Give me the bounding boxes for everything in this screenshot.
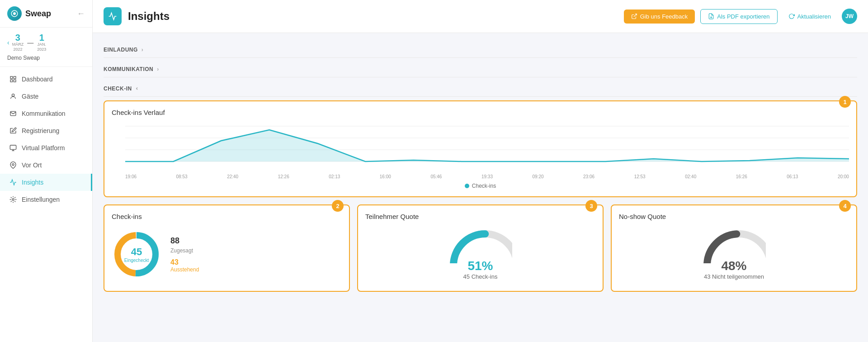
section-kommunikation[interactable]: KOMMUNIKATION › bbox=[104, 62, 857, 77]
communication-icon bbox=[9, 109, 17, 118]
svg-point-6 bbox=[12, 94, 14, 96]
insights-icon bbox=[9, 178, 17, 186]
svg-rect-3 bbox=[14, 76, 16, 79]
date-range-section: ‹ 3 MÄRZ 2022 — 1 JAN. 2023 Demo Sweap bbox=[0, 28, 92, 67]
donut-chart: 45 Eingecheckt bbox=[112, 229, 161, 279]
card-number-4: 4 bbox=[839, 200, 851, 212]
gauge-dark-svg bbox=[703, 229, 766, 263]
section-checkin-label: CHECK-IN bbox=[104, 86, 132, 92]
x-label: 08:53 bbox=[176, 174, 188, 179]
sidebar-item-onsite[interactable]: Vor Ort bbox=[0, 157, 92, 174]
stat-pending: 43 bbox=[170, 258, 199, 266]
gauge-teal bbox=[449, 229, 512, 263]
gauge-container-teal: 51% 45 Check-ins bbox=[365, 226, 595, 284]
x-label: 09:20 bbox=[533, 174, 544, 179]
x-label: 20:00 bbox=[838, 174, 849, 179]
noshow-card: 4 No-show Quote 48% 43 Nicht teilgenomme bbox=[611, 204, 857, 292]
section-einladung-label: EINLADUNG bbox=[104, 47, 138, 53]
settings-icon bbox=[9, 195, 17, 204]
x-label: 16:00 bbox=[380, 174, 391, 179]
sidebar-item-label: Insights bbox=[22, 179, 43, 186]
x-label: 05:46 bbox=[430, 174, 442, 179]
donut-stats: 88 Zugesagt 43 Ausstehend bbox=[170, 236, 199, 273]
main-content: Insights Gib uns Feedback Als PDF export… bbox=[93, 0, 868, 342]
checkins-card: 2 Check-ins 45 bbox=[104, 204, 350, 292]
collapse-button[interactable]: ← bbox=[77, 9, 85, 19]
logo-icon bbox=[7, 6, 22, 21]
export-label: Als PDF exportieren bbox=[717, 13, 769, 20]
checkins-chart-svg: 48 32 16 0 bbox=[125, 122, 849, 171]
x-label: 12:53 bbox=[634, 174, 646, 179]
x-label: 19:33 bbox=[481, 174, 493, 179]
org-name: Demo Sweap bbox=[7, 55, 85, 61]
section-kommunikation-label: KOMMUNIKATION bbox=[104, 66, 153, 72]
svg-rect-8 bbox=[10, 145, 16, 149]
section-einladung[interactable]: EINLADUNG › bbox=[104, 42, 857, 58]
x-label: 12:26 bbox=[278, 174, 289, 179]
sidebar-item-label: Registrierung bbox=[22, 127, 59, 134]
sidebar-item-settings[interactable]: Einstellungen bbox=[0, 191, 92, 208]
sidebar-item-label: Dashboard bbox=[22, 76, 53, 83]
x-label: 22:40 bbox=[227, 174, 238, 179]
dashboard-icon bbox=[9, 75, 17, 83]
teilnehmer-card: 3 Teilnehmer Quote 51% 45 Check-ins bbox=[357, 204, 604, 292]
top-header: Insights Gib uns Feedback Als PDF export… bbox=[93, 0, 868, 33]
user-avatar[interactable]: JW bbox=[842, 9, 857, 24]
date-end-month: JAN. bbox=[37, 42, 46, 47]
feedback-button[interactable]: Gib uns Feedback bbox=[624, 10, 695, 24]
date-end-num: 1 bbox=[37, 33, 46, 42]
stat-pending-label: Ausstehend bbox=[170, 266, 199, 273]
svg-rect-2 bbox=[10, 76, 13, 79]
page-title-area: Insights bbox=[104, 7, 170, 25]
date-start-year: 2022 bbox=[12, 47, 24, 52]
section-checkin[interactable]: CHECK-IN ⌄ bbox=[104, 81, 857, 97]
page-title: Insights bbox=[128, 10, 170, 23]
gauge-sublabel-dark: 43 Nicht teilgenommen bbox=[704, 273, 764, 280]
noshow-card-title: No-show Quote bbox=[619, 213, 849, 220]
checkins-verlauf-title: Check-ins Verlauf bbox=[112, 109, 849, 116]
svg-point-9 bbox=[12, 163, 14, 165]
sidebar-item-virtual[interactable]: Virtual Platform bbox=[0, 139, 92, 157]
logo: Sweap bbox=[7, 6, 51, 21]
chevron-right-icon: › bbox=[142, 47, 144, 53]
date-back-button[interactable]: ‹ bbox=[7, 39, 9, 46]
x-label: 16:26 bbox=[736, 174, 747, 179]
sidebar-item-guests[interactable]: Gäste bbox=[0, 88, 92, 105]
content-area: EINLADUNG › KOMMUNIKATION › CHECK-IN ⌄ 1… bbox=[93, 33, 868, 301]
svg-point-10 bbox=[12, 199, 14, 200]
legend-dot bbox=[465, 184, 469, 188]
date-range: ‹ 3 MÄRZ 2022 — 1 JAN. 2023 bbox=[7, 33, 85, 52]
x-label: 23:06 bbox=[583, 174, 594, 179]
logo-text: Sweap bbox=[25, 9, 51, 19]
date-start: 3 MÄRZ 2022 bbox=[12, 33, 24, 52]
sidebar-item-registration[interactable]: Registrierung bbox=[0, 122, 92, 139]
sidebar-item-label: Einstellungen bbox=[22, 196, 60, 203]
user-initials: JW bbox=[845, 13, 854, 19]
sidebar-item-dashboard[interactable]: Dashboard bbox=[0, 71, 92, 88]
donut-number: 45 bbox=[124, 246, 149, 258]
legend-label: Check-ins bbox=[472, 183, 496, 189]
donut-label: Eingecheckt bbox=[124, 258, 149, 263]
page-icon bbox=[104, 7, 122, 25]
teilnehmer-card-title: Teilnehmer Quote bbox=[365, 213, 595, 220]
export-button[interactable]: Als PDF exportieren bbox=[700, 9, 777, 24]
date-start-num: 3 bbox=[12, 33, 24, 42]
stat-total: 88 bbox=[170, 236, 199, 246]
gauge-container-dark: 48% 43 Nicht teilgenommen bbox=[619, 226, 849, 284]
card-number-1: 1 bbox=[839, 96, 851, 108]
gauge-teal-svg bbox=[449, 229, 512, 263]
x-label: 06:13 bbox=[787, 174, 798, 179]
nav-menu: Dashboard Gäste Kommunikation Registrier… bbox=[0, 67, 92, 342]
bottom-cards-row: 2 Check-ins 45 bbox=[104, 204, 857, 292]
x-label: 02:40 bbox=[685, 174, 696, 179]
refresh-button[interactable]: Aktualisieren bbox=[783, 10, 836, 24]
sidebar-item-label: Vor Ort bbox=[22, 162, 42, 169]
sidebar: Sweap ← ‹ 3 MÄRZ 2022 — 1 JAN. 2023 Demo… bbox=[0, 0, 93, 342]
guests-icon bbox=[9, 92, 17, 100]
date-start-month: MÄRZ bbox=[12, 42, 24, 47]
sidebar-item-communication[interactable]: Kommunikation bbox=[0, 105, 92, 122]
svg-line-11 bbox=[634, 14, 637, 17]
date-separator: — bbox=[27, 39, 33, 46]
sidebar-item-insights[interactable]: Insights bbox=[0, 174, 92, 191]
donut-center: 45 Eingecheckt bbox=[124, 246, 149, 263]
